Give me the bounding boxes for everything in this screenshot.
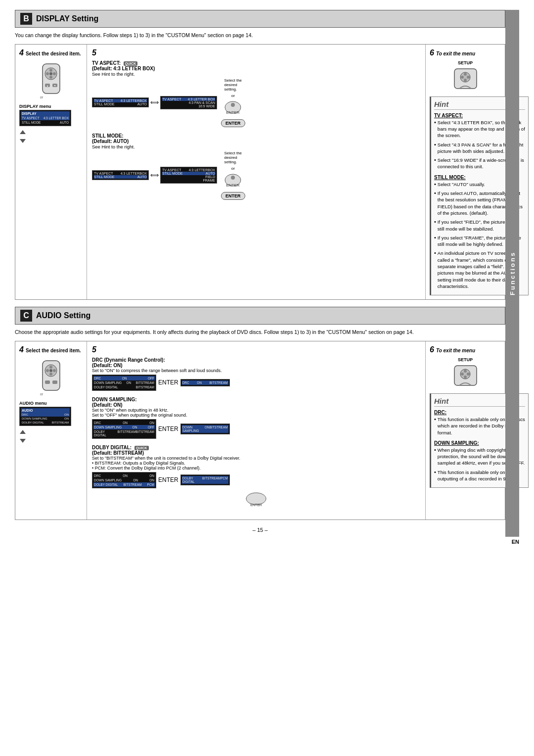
dolby-enter-remote: ENTER (244, 491, 268, 509)
audio-nav-arrows (19, 429, 83, 444)
tv-aspect-enter-btn: ENTER (221, 119, 245, 127)
svg-point-42 (464, 370, 467, 373)
dolby-digital-note2: • BITSTREAM: Outputs a Dolby Digital Sig… (92, 461, 420, 466)
functions-sidebar: Functions (505, 10, 519, 537)
audio-step4-number: 4 (19, 345, 24, 354)
audio-step5-number: 5 (92, 345, 96, 354)
still-mode-default: (Default: AUTO) (92, 139, 420, 144)
audio-step4-label: Select the desired item. (26, 348, 81, 353)
svg-point-43 (464, 376, 467, 378)
tv-aspect-block: TV ASPECT: QUICK (Default: 4:3 LETTER BO… (92, 60, 420, 127)
svg-point-29 (49, 373, 52, 376)
dolby-quick-badge: QUICK (134, 446, 149, 450)
svg-point-28 (49, 366, 52, 369)
audio-step6-hint: 6 To exit the menu SETUP (426, 341, 505, 520)
tv-aspect-screen-before: TV ASPECT4:3 LETTERBOX STILL MODEAUTO (92, 97, 149, 107)
display-intro: You can change the display functions. Fo… (15, 32, 505, 39)
drc-screen-pair: DRCONOFF DOWN SAMPLINGONBITSTREAM DOLBY … (92, 375, 420, 391)
down-sampling-note1: Set to "ON" when outputting in 48 kHz. (92, 408, 420, 413)
drc-block: DRC (Dynamic Range Control): (Default: O… (92, 357, 420, 391)
audio-menu-label-area: AUDIO menu AUDIO DRCON DOWN SAMPLINGON D… (19, 401, 83, 426)
svg-point-25 (467, 76, 470, 79)
display-step5: 5 TV ASPECT: QUICK (Default: 4:3 LETTER … (87, 45, 426, 300)
still-mode-screen-pair: TV ASPECT4:3 LETTERBOX STILL MODEAUTO ⟺ … (92, 151, 420, 200)
down-sampling-enter-label: ENTER (158, 425, 178, 432)
audio-intro: Choose the appropriate audio settings fo… (15, 329, 505, 336)
page-number: – 15 – (15, 527, 505, 533)
display-nav-arrows (19, 129, 83, 144)
audio-letter: C (20, 310, 32, 322)
dolby-digital-title: DOLBY DIGITAL: QUICK (92, 445, 420, 450)
svg-text:ENTER: ENTER (226, 183, 240, 188)
audio-remote-illus: or (38, 358, 65, 398)
audio-setup-remote (452, 363, 479, 390)
svg-point-2 (49, 69, 52, 72)
down-sampling-note2: Set to "OFF" when outputting the origina… (92, 413, 420, 418)
display-step6-inner: SETUP (430, 60, 501, 94)
audio-step6-inner: SETUP (430, 357, 501, 390)
display-step6-number: 6 (430, 48, 434, 57)
svg-marker-13 (20, 139, 26, 143)
dolby-screen-after: DOLBY DIGITALBITSTREAMPCM (180, 474, 230, 485)
audio-step5: 5 DRC (Dynamic Range Control): (Default:… (87, 341, 426, 520)
svg-text:▼: ▼ (53, 84, 56, 87)
en-label: EN (15, 539, 519, 545)
dolby-digital-note1: Set to "BITSTREAM" when the unit is conn… (92, 456, 420, 461)
dolby-digital-block: DOLBY DIGITAL: QUICK (Default: BITSTREAM… (92, 445, 420, 510)
audio-section-header: C AUDIO Setting (15, 307, 505, 325)
tv-aspect-screen-pair: TV ASPECT4:3 LETTERBOX STILL MODEAUTO ⟺ … (92, 78, 420, 127)
display-diagram: 4 Select the desired item. ▲ ▼ (15, 44, 505, 300)
tv-aspect-enter-remote: ENTER (223, 100, 243, 117)
audio-menu-screen: AUDIO DRCON DOWN SAMPLINGON DOLBY DIGITA… (19, 407, 71, 426)
display-step4-number: 4 (19, 48, 24, 57)
svg-text:ENTER: ENTER (226, 110, 240, 115)
still-mode-screen-after: TV ASPECT4:3 LETTERBOX STILL MODEAUTO FI… (160, 167, 217, 184)
down-sampling-screen-after: DOWN SAMPLINGONBITSTREAM (180, 424, 230, 434)
svg-point-4 (46, 72, 49, 75)
down-sampling-screen-pair: DRCONON DOWN SAMPLINGONOFF DOLBY DIGITAL… (92, 419, 420, 439)
display-menu-label: DISPLAY menu (19, 104, 83, 109)
svg-rect-33 (45, 380, 50, 384)
audio-diagram: 4 Select the desired item. or AUD (15, 341, 505, 520)
svg-point-15 (231, 103, 235, 107)
still-mode-title: STILL MODE: (92, 133, 420, 139)
dolby-digital-note3: • PCM: Convert the Dolby Digital into PC… (92, 466, 420, 471)
display-menu-label-area: DISPLAY menu DISPLAY TV ASPECT4:3 LETTER… (19, 104, 83, 126)
dolby-screen-pair: DRCONON DOWN SAMPLINGONON DOLBY DIGITALB… (92, 472, 420, 488)
display-title: DISPLAY Setting (36, 14, 98, 23)
tv-aspect-screen-after: TV ASPECT4:3 LETTER BOX 4:3 PAN & SCAN 1… (160, 96, 217, 109)
drc-note: Set to "ON" to compress the range betwee… (92, 368, 420, 373)
still-mode-enter-remote: ENTER (223, 173, 243, 190)
audio-menu-label: AUDIO menu (19, 401, 83, 406)
dolby-enter-btn-area: ENTER (92, 491, 420, 510)
tv-aspect-quick-badge: QUICK (124, 61, 138, 66)
display-step6-label: To exit the menu (436, 51, 475, 56)
still-mode-block: STILL MODE: (Default: AUTO) See Hint to … (92, 133, 420, 200)
svg-point-3 (49, 76, 52, 79)
svg-point-45 (467, 373, 470, 376)
display-setup-remote (452, 66, 479, 94)
display-menu-screen: DISPLAY TV ASPECT4:3 LETTER BOX STILL MO… (19, 110, 71, 126)
display-letter: B (20, 13, 32, 25)
still-mode-enter-area: Select thedesiredsetting. or ENTER ENTER (221, 151, 245, 200)
drc-screen-after: DRCONBITSTREAM (180, 379, 230, 386)
drc-title: DRC (Dynamic Range Control): (92, 357, 420, 363)
tv-aspect-enter-area: Select thedesiredsetting. or ENTER ENTER (221, 78, 245, 127)
dolby-digital-default: (Default: BITSTREAM) (92, 450, 420, 456)
dolby-screen-before: DRCONON DOWN SAMPLINGONON DOLBY DIGITALB… (92, 472, 156, 488)
display-remote-illus: ▲ ▼ or (38, 61, 65, 101)
still-mode-note: See Hint to the right. (92, 144, 420, 149)
svg-text:▲: ▲ (46, 84, 48, 87)
still-mode-enter-btn: ENTER (221, 192, 245, 200)
audio-title: AUDIO Setting (36, 311, 90, 320)
still-mode-screen-before: TV ASPECT4:3 LETTERBOX STILL MODEAUTO (92, 170, 149, 180)
svg-point-23 (464, 79, 467, 82)
svg-text:or: or (40, 95, 44, 99)
svg-point-5 (53, 72, 56, 75)
audio-step6-number: 6 (430, 345, 434, 354)
audio-setup-label: SETUP (458, 357, 473, 362)
svg-point-22 (464, 73, 467, 76)
svg-point-30 (46, 369, 49, 372)
down-sampling-title: DOWN SAMPLING: (92, 397, 420, 402)
display-setup-label: SETUP (458, 60, 473, 65)
